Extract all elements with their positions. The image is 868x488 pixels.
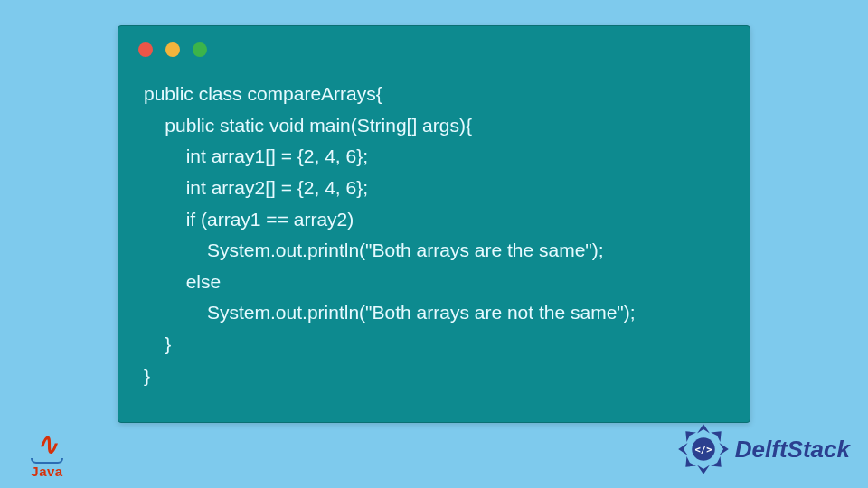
svg-marker-2 [697, 465, 710, 474]
java-logo-label: Java [31, 464, 62, 479]
code-line: } [144, 333, 171, 354]
close-icon [138, 42, 153, 57]
code-line: int array2[] = {2, 4, 6}; [144, 177, 368, 198]
svg-marker-4 [711, 431, 722, 442]
code-line: public static void main(String[] args){ [144, 115, 472, 136]
code-line: int array1[] = {2, 4, 6}; [144, 145, 368, 166]
code-block: public class compareArrays{ public stati… [144, 79, 731, 391]
page-canvas: public class compareArrays{ public stati… [0, 0, 868, 488]
svg-marker-0 [697, 424, 710, 433]
code-line: System.out.println("Both arrays are the … [144, 239, 604, 260]
code-line: public class compareArrays{ [144, 83, 382, 104]
delftstack-logo-label: DelftStack [735, 436, 850, 464]
minimize-icon [165, 42, 180, 57]
java-steam-icon: ∿ [37, 430, 57, 458]
maximize-icon [193, 42, 207, 57]
delftstack-badge-icon: </> [677, 423, 730, 475]
code-line: else [144, 271, 221, 292]
svg-marker-1 [719, 443, 728, 455]
delftstack-logo: </> DelftStack [677, 423, 850, 475]
window-traffic-lights [138, 42, 207, 57]
java-logo: ∿ Java [18, 414, 76, 479]
svg-marker-5 [711, 456, 722, 467]
svg-marker-7 [685, 431, 696, 442]
svg-marker-6 [685, 456, 696, 467]
code-line: if (array1 == array2) [144, 209, 354, 230]
code-line: } [144, 365, 150, 386]
svg-marker-3 [678, 443, 687, 455]
code-window: public class compareArrays{ public stati… [118, 25, 750, 423]
svg-text:</>: </> [694, 444, 712, 455]
code-line: System.out.println("Both arrays are not … [144, 302, 636, 323]
